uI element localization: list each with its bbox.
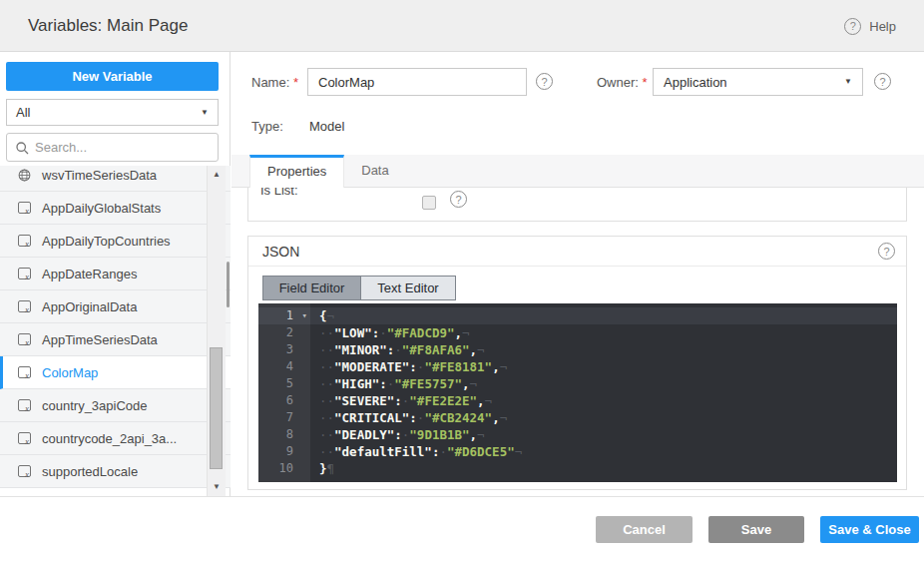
- code-line-1: {¬: [310, 307, 897, 324]
- gutter-line-1: 1▾: [258, 307, 310, 324]
- variable-filter-select[interactable]: All ▼: [6, 99, 219, 126]
- name-help-icon[interactable]: ?: [536, 73, 553, 90]
- list-item-label: AppDailyGlobalStats: [42, 201, 161, 216]
- owner-select[interactable]: Application ▼: [653, 68, 863, 96]
- code-line-5: ··"HIGH":·"#FE5757",¬: [310, 375, 897, 392]
- footer-divider: [0, 496, 924, 497]
- page-title: Variables: Main Page: [28, 0, 188, 52]
- editor-mode-toggle: Field EditorText Editor: [262, 276, 456, 300]
- code-line-2: ··"LOW":·"#FADCD9",¬: [310, 324, 897, 341]
- list-item-label: supportedLocale: [42, 464, 138, 479]
- variable-icon: x: [18, 202, 31, 214]
- list-item-appdailyglobalstats[interactable]: xAppDailyGlobalStats: [0, 192, 231, 225]
- type-label: Type:: [251, 119, 283, 134]
- type-value: Model: [309, 119, 344, 134]
- field-editor-tab[interactable]: Field Editor: [263, 277, 361, 299]
- list-item-label: AppOriginalData: [42, 299, 137, 314]
- variable-icon: x: [18, 366, 31, 378]
- new-variable-button[interactable]: New Variable: [6, 62, 219, 91]
- variable-icon: x: [18, 333, 31, 345]
- variable-icon: x: [18, 268, 31, 280]
- is-list-label: Is List:: [260, 188, 298, 198]
- code-line-3: ··"MINOR":·"#F8AFA6",¬: [310, 341, 897, 358]
- editor-code-area: {¬··"LOW":·"#FADCD9",¬··"MINOR":·"#F8AFA…: [310, 303, 897, 482]
- json-section-header: JSON ?: [248, 237, 906, 267]
- gutter-line-9: 9: [258, 443, 310, 460]
- tab-data[interactable]: Data: [344, 155, 405, 189]
- name-label: Name: *: [251, 75, 298, 90]
- chevron-down-icon: ▼: [844, 78, 852, 86]
- code-line-6: ··"SEVERE":·"#FE2E2E",¬: [310, 392, 897, 409]
- list-item-colormap[interactable]: xColorMap: [0, 356, 231, 389]
- variable-icon: x: [18, 235, 31, 247]
- json-help-icon[interactable]: ?: [878, 243, 895, 260]
- list-item-wsvtimeseriesdata[interactable]: wsvTimeSeriesData: [0, 166, 231, 192]
- list-item-supportedlocale[interactable]: xsupportedLocale: [0, 455, 231, 488]
- list-item-apptimeseriesdata[interactable]: xAppTimeSeriesData: [0, 323, 231, 356]
- is-list-checkbox[interactable]: [422, 196, 436, 210]
- list-item-country-3apicode[interactable]: xcountry_3apiCode: [0, 389, 231, 422]
- scroll-down-icon[interactable]: ▼: [208, 483, 226, 491]
- variable-icon: x: [18, 399, 31, 411]
- gutter-line-4: 4: [258, 358, 310, 375]
- json-text-editor[interactable]: 1▾2345678910 {¬··"LOW":·"#FADCD9",¬··"MI…: [258, 303, 897, 482]
- search-input[interactable]: [35, 135, 215, 160]
- tab-bar: PropertiesData: [231, 155, 924, 188]
- search-icon: [15, 141, 30, 156]
- globe-icon: [18, 169, 31, 182]
- variable-filter-value: All: [16, 105, 30, 120]
- code-line-4: ··"MODERATE":·"#FE8181",¬: [310, 358, 897, 375]
- scroll-up-icon[interactable]: ▲: [208, 171, 226, 179]
- code-line-10: }¶: [310, 460, 897, 477]
- sidebar-scrollbar[interactable]: ▲ ▼: [207, 166, 226, 496]
- gutter-line-2: 2: [258, 324, 310, 341]
- list-item-label: ColorMap: [42, 365, 98, 380]
- list-item-label: AppDateRanges: [42, 267, 137, 281]
- list-item-apporiginaldata[interactable]: xAppOriginalData: [0, 290, 231, 323]
- name-input[interactable]: [307, 68, 527, 96]
- owner-label: Owner: *: [597, 75, 648, 90]
- variable-icon: x: [18, 300, 31, 312]
- code-line-7: ··"CRITICAL":·"#CB2424",¬: [310, 409, 897, 426]
- gutter-line-7: 7: [258, 409, 310, 426]
- tab-properties[interactable]: Properties: [249, 155, 344, 189]
- gutter-line-10: 10: [258, 460, 310, 477]
- gutter-line-3: 3: [258, 341, 310, 358]
- json-section: JSON ? Field EditorText Editor 1▾2345678…: [247, 236, 907, 490]
- owner-value: Application: [664, 75, 727, 90]
- list-item-label: AppTimeSeriesData: [42, 332, 158, 347]
- save-close-button[interactable]: Save & Close: [820, 516, 919, 543]
- dialog-header: Variables: Main Page ? Help: [0, 0, 924, 52]
- search-box: [6, 133, 219, 162]
- list-item-label: countrycode_2api_3a...: [42, 431, 177, 446]
- help-label: Help: [869, 19, 896, 34]
- variable-list: wsvTimeSeriesDataxAppDailyGlobalStatsxAp…: [0, 166, 231, 496]
- gutter-line-5: 5: [258, 375, 310, 392]
- save-button[interactable]: Save: [708, 516, 804, 543]
- owner-help-icon[interactable]: ?: [874, 73, 891, 90]
- scrollbar-thumb[interactable]: [210, 347, 223, 469]
- fold-icon[interactable]: ▾: [302, 307, 307, 324]
- list-item-appdateranges[interactable]: xAppDateRanges: [0, 258, 231, 290]
- cancel-button[interactable]: Cancel: [596, 516, 693, 543]
- list-item-label: wsvTimeSeriesData: [42, 168, 157, 183]
- code-line-9: ··"defaultFill":·"#D6DCE5"¬: [310, 443, 897, 460]
- list-item-label: country_3apiCode: [42, 398, 148, 413]
- list-item-countrycode-2api-3a[interactable]: xcountrycode_2api_3a...: [0, 422, 231, 455]
- variables-dialog: Variables: Main Page ? Help New Variable…: [0, 0, 924, 561]
- is-list-box: Is List: ?: [247, 188, 907, 222]
- outer-scrollbar-thumb[interactable]: [227, 262, 230, 307]
- help-link[interactable]: ? Help: [844, 0, 896, 52]
- variables-sidebar: New Variable All ▼ wsvTimeSeriesDataxApp…: [0, 52, 231, 496]
- required-asterisk: *: [643, 75, 648, 90]
- is-list-help-icon[interactable]: ?: [450, 191, 467, 208]
- gutter-line-6: 6: [258, 392, 310, 409]
- editor-gutter: 1▾2345678910: [258, 303, 310, 482]
- list-item-label: AppDailyTopCountries: [42, 234, 171, 249]
- variable-icon: x: [18, 465, 31, 477]
- list-item-appdailytopcountries[interactable]: xAppDailyTopCountries: [0, 225, 231, 258]
- code-line-8: ··"DEADLY":·"9D1B1B",¬: [310, 426, 897, 443]
- text-editor-tab[interactable]: Text Editor: [361, 277, 455, 299]
- variable-icon: x: [18, 432, 31, 444]
- chevron-down-icon: ▼: [201, 109, 209, 117]
